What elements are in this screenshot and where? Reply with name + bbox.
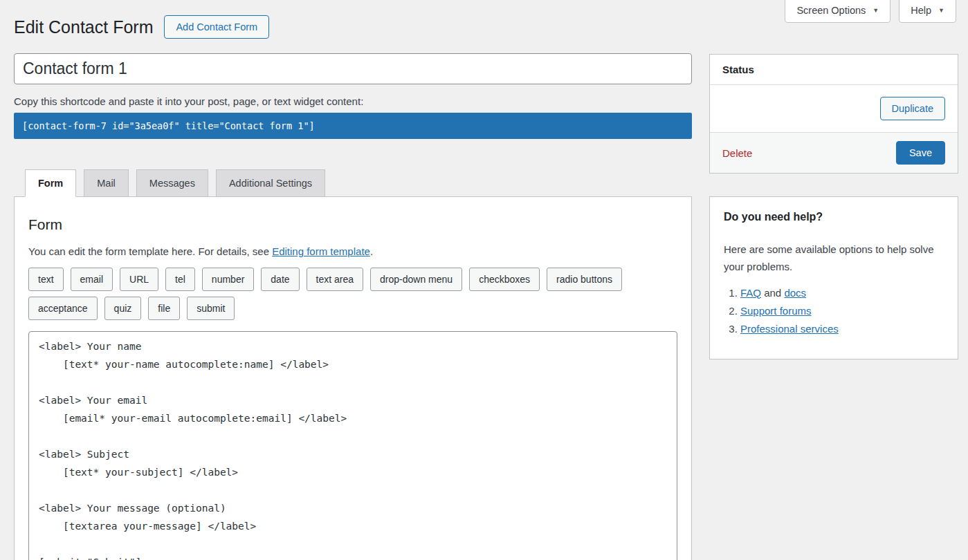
help-links-list: FAQ and docs Support forums Professional… bbox=[724, 287, 944, 335]
tab-mail[interactable]: Mail bbox=[84, 169, 129, 197]
status-box-header: Status bbox=[710, 55, 958, 85]
faq-link[interactable]: FAQ bbox=[740, 287, 761, 299]
tag-button-acceptance[interactable]: acceptance bbox=[28, 297, 98, 320]
screen-options-button[interactable]: Screen Options ▼ bbox=[785, 0, 891, 23]
form-panel: Form You can edit the form template here… bbox=[14, 196, 692, 560]
editing-form-template-link[interactable]: Editing form template bbox=[272, 245, 370, 257]
tag-button-text-area[interactable]: text area bbox=[307, 268, 363, 291]
screen-options-label: Screen Options bbox=[796, 5, 866, 16]
help-item-connector: and bbox=[761, 287, 784, 299]
docs-link[interactable]: docs bbox=[784, 287, 806, 299]
status-heading: Status bbox=[722, 64, 945, 75]
sidebar: Status Duplicate Delete Save Do you need… bbox=[709, 54, 958, 360]
shortcode-field[interactable]: [contact-form-7 id="3a5ea0f" title="Cont… bbox=[14, 113, 692, 139]
page-title: Edit Contact Form bbox=[14, 17, 153, 37]
form-template-editor[interactable]: <label> Your name [text* your-name autoc… bbox=[28, 331, 677, 560]
status-box-footer: Delete Save bbox=[710, 132, 958, 173]
help-box: Do you need help? Here are some availabl… bbox=[709, 196, 958, 360]
shortcode-value: [contact-form-7 id="3a5ea0f" title="Cont… bbox=[22, 120, 315, 131]
help-item-professional-services: Professional services bbox=[740, 323, 944, 335]
tag-button-drop-down-menu[interactable]: drop-down menu bbox=[370, 268, 462, 291]
page-header: Edit Contact Form Add Contact Form bbox=[14, 0, 692, 39]
description-text: You can edit the form template here. For… bbox=[28, 245, 272, 257]
tag-button-radio-buttons[interactable]: radio buttons bbox=[547, 268, 622, 291]
tag-button-tel[interactable]: tel bbox=[165, 268, 195, 291]
tag-button-file[interactable]: file bbox=[148, 297, 180, 320]
tag-button-text[interactable]: text bbox=[28, 268, 64, 291]
support-forums-link[interactable]: Support forums bbox=[740, 305, 812, 317]
duplicate-button[interactable]: Duplicate bbox=[880, 97, 945, 120]
help-label: Help bbox=[911, 5, 931, 16]
description-period: . bbox=[370, 245, 373, 257]
tab-messages[interactable]: Messages bbox=[136, 169, 208, 197]
save-button[interactable]: Save bbox=[896, 141, 945, 165]
tag-button-checkboxes[interactable]: checkboxes bbox=[469, 268, 540, 291]
main-content: Edit Contact Form Add Contact Form Copy … bbox=[14, 0, 692, 560]
tag-button-submit[interactable]: submit bbox=[187, 297, 235, 320]
tag-button-url[interactable]: URL bbox=[120, 268, 158, 291]
help-item-faq-docs: FAQ and docs bbox=[740, 287, 944, 299]
tag-button-email[interactable]: email bbox=[71, 268, 113, 291]
tag-button-number[interactable]: number bbox=[202, 268, 254, 291]
tag-generator-buttons: text email URL tel number date text area… bbox=[28, 268, 677, 320]
delete-link[interactable]: Delete bbox=[722, 147, 752, 159]
top-toolbar: Screen Options ▼ Help ▼ bbox=[785, 0, 956, 23]
status-box: Status Duplicate Delete Save bbox=[709, 54, 958, 174]
editor-tabs: Form Mail Messages Additional Settings bbox=[14, 169, 692, 196]
panel-description: You can edit the form template here. For… bbox=[28, 245, 677, 257]
form-title-input[interactable] bbox=[14, 53, 692, 84]
help-button[interactable]: Help ▼ bbox=[899, 0, 956, 23]
tab-form[interactable]: Form bbox=[25, 169, 76, 197]
tag-button-quiz[interactable]: quiz bbox=[104, 297, 142, 320]
help-intro: Here are some available options to help … bbox=[724, 241, 944, 276]
shortcode-hint: Copy this shortcode and paste it into yo… bbox=[14, 95, 692, 107]
dropdown-arrow-icon: ▼ bbox=[938, 8, 944, 14]
add-contact-form-button[interactable]: Add Contact Form bbox=[164, 15, 269, 39]
panel-heading: Form bbox=[28, 216, 677, 233]
professional-services-link[interactable]: Professional services bbox=[740, 323, 839, 335]
help-item-support-forums: Support forums bbox=[740, 305, 944, 317]
status-box-body: Duplicate bbox=[710, 85, 958, 132]
dropdown-arrow-icon: ▼ bbox=[873, 8, 879, 14]
tag-button-date[interactable]: date bbox=[261, 268, 299, 291]
help-heading: Do you need help? bbox=[724, 211, 944, 223]
tab-additional-settings[interactable]: Additional Settings bbox=[216, 169, 325, 197]
